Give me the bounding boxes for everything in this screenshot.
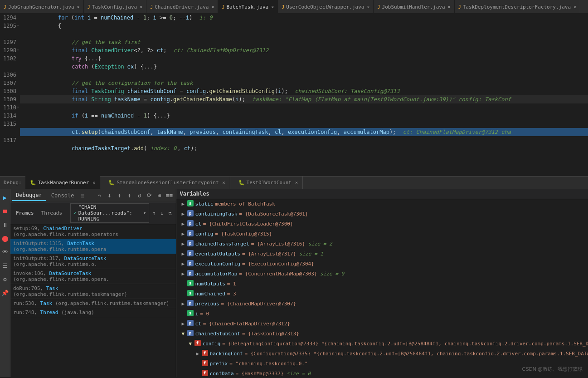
tab-label: BatchTask.java <box>226 4 268 10</box>
var-numoutputs[interactable]: ▷ s numOutputs = 1 <box>176 279 588 289</box>
tab-label: JobSubmitHandler.java <box>382 4 445 10</box>
tab-jobgraphgenerator[interactable]: J JobGraphGenerator.java × <box>0 0 84 14</box>
tab-usercodeobjectwrapper[interactable]: J UserCodeObjectWrapper.java × <box>278 0 374 14</box>
frames-icon[interactable]: ☰ <box>0 260 10 270</box>
var-accumulatormap[interactable]: ▶ p accumulatorMap = {ConcurrentHashMap@… <box>176 269 588 279</box>
close-icon[interactable]: × <box>77 5 80 10</box>
debugger-panel: Debugger Console ≡ ↷ ↓ ↑ ↑ ↺ ⟳ ⊞ ≡≡ Fram… <box>10 189 176 377</box>
var-i[interactable]: ▷ s i = 0 <box>176 309 588 319</box>
pin-icon[interactable]: 📌 <box>0 288 10 298</box>
resume-icon[interactable]: ▶ <box>0 192 10 202</box>
frame-item-initoutputs317[interactable]: initOutputs:317, DataSourceTask (org.apa… <box>10 254 176 269</box>
close-icon[interactable]: × <box>92 180 95 185</box>
tab-frames[interactable]: Frames <box>13 209 37 217</box>
close-icon[interactable]: × <box>223 180 225 185</box>
var-config-f[interactable]: ▼ f config = {DelegatingConfiguration@73… <box>176 339 588 349</box>
code-line-blank2 <box>20 71 588 79</box>
badge-s: s <box>187 310 194 316</box>
down-btn[interactable]: ↓ <box>159 209 165 218</box>
settings-icon[interactable]: ⚙ <box>0 274 10 284</box>
close-icon[interactable]: × <box>211 5 214 10</box>
frame-item-dorun[interactable]: doRun:705, Task (org.apache.flink.runtim… <box>10 284 176 299</box>
var-chainedtaskstarget[interactable]: ▶ p chainedTasksTarget = {ArrayList@7316… <box>176 239 588 249</box>
frame-item-invoke[interactable]: invoke:106, DataSourceTask (org.apache.f… <box>10 269 176 284</box>
code-line-1302: catch (Exception ex) {...} <box>20 63 588 71</box>
filter-btn[interactable]: ⚗ <box>167 209 173 218</box>
run-to-cursor-btn[interactable]: ↑ <box>125 191 134 200</box>
pause-icon[interactable]: ⏸ <box>0 220 10 230</box>
var-previous[interactable]: ▶ p previous = {ChainedMapDriver@7307} <box>176 299 588 309</box>
close-icon[interactable]: × <box>573 5 576 10</box>
code-line-1307: final TaskConfig chainedStubConf = confi… <box>20 87 588 95</box>
java-icon: J <box>377 5 380 10</box>
left-side-icons: ▶ ⏹ ⏸ ⬤ 👁 ☰ ⚙ 📌 <box>0 189 10 377</box>
debug-session-test01[interactable]: 🐛 Test01WordCount × <box>234 176 303 190</box>
var-backingconf[interactable]: ▶ f backingConf = {Configuration@7335} *… <box>176 349 588 359</box>
tab-jobsubmithandler[interactable]: J JobSubmitHandler.java × <box>374 0 454 14</box>
debug-session-standalone[interactable]: 🐛 StandaloneSessionClusterEntrypoint × <box>104 176 230 190</box>
badge-p: p <box>187 260 194 266</box>
tab-label: UserCodeObjectWrapper.java <box>286 4 364 10</box>
tab-console[interactable]: Console <box>48 191 78 201</box>
badge-s: s <box>187 290 194 296</box>
variables-header: Variables <box>176 189 588 199</box>
tab-batchtask[interactable]: J BatchTask.java × <box>218 0 278 14</box>
close-icon[interactable]: × <box>367 5 369 10</box>
code-line-1314 <box>20 120 588 128</box>
stop-icon[interactable]: ⏹ <box>0 206 10 216</box>
debug-bar: Debug: 🐛 TaskManagerRunner × 🐛 Standalon… <box>0 176 588 189</box>
line-numbers: 1294 1295▾ 1296 1297 1298▾ 1302 1303 130… <box>0 14 20 176</box>
session-icon: 🐛 <box>238 180 245 186</box>
variables-panel: Variables ▶ s static members of BatchTas… <box>176 189 588 377</box>
step-out-btn[interactable]: ↑ <box>115 191 124 200</box>
watermark: CSDN @教练、我想打篮球 <box>522 366 583 373</box>
step-over-btn[interactable]: ↷ <box>95 191 104 200</box>
frame-item-run748[interactable]: run:748, Thread (java.lang) <box>10 308 176 317</box>
evaluate-btn[interactable]: ↺ <box>135 191 144 200</box>
code-line-1310: if (i == numChained - 1) {...} <box>20 112 588 120</box>
badge-p: p <box>187 210 194 216</box>
reset-btn[interactable]: ⟳ <box>145 191 154 200</box>
tab-debugger[interactable]: Debugger <box>12 190 46 201</box>
java-icon: J <box>150 5 153 10</box>
step-into-btn[interactable]: ↓ <box>105 191 114 200</box>
var-numchained[interactable]: ▷ s numChained = 3 <box>176 289 588 299</box>
running-label: "CHAIN DataSour...reads": RUNNING <box>78 204 141 222</box>
code-line-blank1 <box>20 30 588 38</box>
var-executionconfig[interactable]: ▶ p executionConfig = {ExecutionConfig@7… <box>176 259 588 269</box>
threads-bar: Frames Threads ✓ "CHAIN DataSour...reads… <box>10 202 176 224</box>
var-eventualoutputs[interactable]: ▶ p eventualOutputs = {ArrayList@7317} s… <box>176 249 588 259</box>
close-icon[interactable]: × <box>140 5 142 10</box>
running-badge: ✓ "CHAIN DataSour...reads": RUNNING ▾ <box>70 203 149 223</box>
var-containingtask[interactable]: ▶ p containingTask = {DataSourceTask@730… <box>176 209 588 219</box>
up-btn[interactable]: ↑ <box>151 209 157 218</box>
close-icon[interactable]: × <box>448 5 451 10</box>
var-static[interactable]: ▶ s static members of BatchTask <box>176 199 588 209</box>
badge-p: p <box>187 320 194 326</box>
java-icon: J <box>4 5 6 10</box>
debug-label: Debug: <box>4 180 22 186</box>
settings-btn[interactable]: ≡≡ <box>165 191 174 200</box>
tab-taskconfig[interactable]: J TaskConfig.java × <box>84 0 146 14</box>
close-icon[interactable]: × <box>295 180 298 185</box>
var-ct[interactable]: ▶ p ct = {ChainedFlatMapDriver@7312} <box>176 319 588 329</box>
breakpoints-icon[interactable]: ⬤ <box>0 233 10 243</box>
debug-session-taskmanager[interactable]: 🐛 TaskManagerRunner × <box>25 176 101 190</box>
close-icon[interactable]: × <box>271 5 274 10</box>
tab-taskdeployment[interactable]: J TaskDeploymentDescriptorFactory.java × <box>455 0 580 14</box>
badge-p: p <box>187 300 194 306</box>
frames-btn[interactable]: ⊞ <box>155 191 164 200</box>
var-cl[interactable]: ▶ p cl = {ChildFirstClassLoader@7300} <box>176 219 588 229</box>
badge-p: p <box>187 270 194 276</box>
var-config[interactable]: ▶ p config = {TaskConfig@7315} <box>176 229 588 239</box>
frame-item-run530[interactable]: run:530, Task (org.apache.flink.runtime.… <box>10 299 176 308</box>
frame-item-initoutputs[interactable]: initOutputs:1315, BatchTask (org.apache.… <box>10 239 176 254</box>
bottom-panel: ▶ ⏹ ⏸ ⬤ 👁 ☰ ⚙ 📌 Debugger Console ≡ ↷ ↓ ↑… <box>0 189 588 377</box>
session-name: StandaloneSessionClusterEntrypoint <box>117 180 219 186</box>
tab-chaineddriver[interactable]: J ChainedDriver.java × <box>146 0 218 14</box>
watches-icon[interactable]: 👁 <box>0 247 10 257</box>
tab-threads[interactable]: Threads <box>39 209 65 217</box>
console-menu-icon[interactable]: ≡ <box>80 192 84 199</box>
frame-item-setup[interactable]: setup:69, ChainedDriver (org.apache.flin… <box>10 224 176 239</box>
var-chainedstubconf[interactable]: ▼ p chainedStubConf = {TaskConfig@7313} <box>176 329 588 339</box>
